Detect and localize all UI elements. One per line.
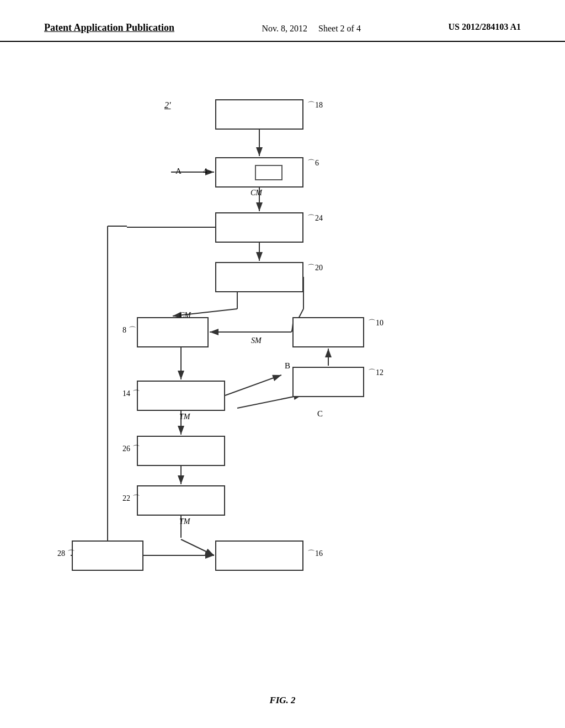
publication-date: Nov. 8, 2012 — [262, 24, 308, 33]
label-10: ⌒10 — [368, 318, 383, 328]
label-8: 8 ⌒ — [122, 325, 136, 335]
box-20 — [215, 262, 303, 292]
label-B: B — [285, 361, 290, 371]
label-6: ⌒6 — [307, 158, 319, 168]
box-18 — [215, 99, 303, 130]
patent-number: US 2012/284103 A1 — [448, 22, 521, 32]
box-24 — [215, 212, 303, 243]
label-14: 14 ⌒ — [122, 389, 140, 399]
label-arrow-4: → — [205, 167, 212, 176]
box-12 — [292, 367, 364, 397]
label-20: ⌒20 — [307, 263, 323, 273]
label-26: 26 ⌒ — [122, 444, 140, 454]
label-2prime: 2' — [164, 100, 170, 110]
label-18: ⌒18 — [307, 100, 323, 110]
figure-caption: FIG. 2 — [269, 695, 295, 706]
label-sm: SM — [251, 336, 262, 345]
sheet-info: Sheet 2 of 4 — [318, 24, 361, 33]
header-center: Nov. 8, 2012 Sheet 2 of 4 — [262, 22, 361, 35]
box-26 — [137, 436, 225, 466]
label-cm1: CM — [250, 189, 262, 197]
label-tm1: TM — [179, 413, 190, 421]
label-C: C — [317, 409, 323, 419]
box-10 — [292, 317, 364, 347]
diagram-area: ⌒18 ⌒6 A 4 → CM ⌒24 ⌒20 CM 8 ⌒ ⌒10 SM ⌒1… — [0, 66, 565, 684]
box-28 — [72, 540, 143, 571]
label-A: A — [175, 167, 182, 176]
box-16 — [215, 540, 303, 571]
label-tm2: TM — [179, 517, 190, 526]
label-24: ⌒24 — [307, 213, 323, 223]
label-12: ⌒12 — [368, 368, 383, 378]
svg-line-12 — [225, 375, 281, 395]
box-8 — [137, 317, 209, 347]
label-28: 28 ⌒ — [57, 549, 75, 559]
label-16: ⌒16 — [307, 549, 323, 559]
publication-title: Patent Application Publication — [44, 22, 174, 34]
svg-line-18 — [181, 539, 214, 555]
label-22: 22 ⌒ — [122, 494, 140, 504]
box-22 — [137, 485, 225, 516]
box-14 — [137, 381, 225, 411]
box-6 — [215, 157, 303, 188]
page-header: Patent Application Publication Nov. 8, 2… — [0, 22, 565, 42]
